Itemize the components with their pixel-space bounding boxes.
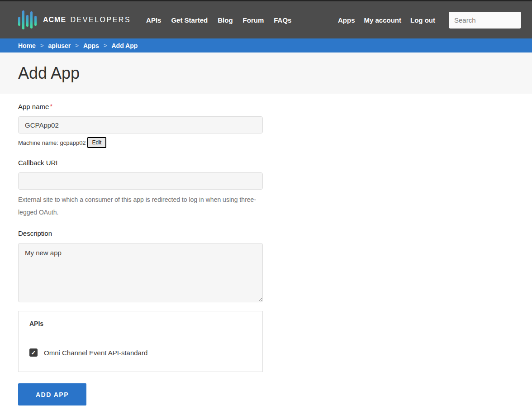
page-title: Add App [18, 64, 80, 83]
brand-logo[interactable]: ACME DEVELOPERS [18, 9, 131, 31]
machine-name-row: Machine name: gcpapp02 Edit [18, 137, 263, 148]
callback-url-label: Callback URL [18, 159, 263, 167]
checkmark-icon: ✓ [31, 350, 36, 356]
add-app-form: App name* Machine name: gcpapp02 Edit Ca… [18, 103, 263, 405]
breadcrumb-home[interactable]: Home [18, 42, 36, 49]
callback-url-input[interactable] [18, 172, 263, 190]
page-title-band: Add App [0, 52, 532, 94]
site-header: ACME DEVELOPERS APIs Get Started Blog Fo… [0, 1, 532, 38]
brand-name-light: DEVELOPERS [71, 16, 131, 24]
description-label: Description [18, 229, 263, 237]
app-name-input[interactable] [18, 116, 263, 134]
breadcrumb-separator-icon: > [75, 42, 79, 49]
api-checkbox-label[interactable]: Omni Channel Event API-standard [44, 349, 147, 357]
primary-nav: APIs Get Started Blog Forum FAQs [146, 16, 291, 24]
add-app-button[interactable]: ADD APP [18, 383, 86, 405]
user-nav: Apps My account Log out [338, 16, 435, 24]
nav-log-out[interactable]: Log out [410, 16, 435, 24]
breadcrumb: Home > apiuser > Apps > Add App [0, 38, 532, 52]
nav-get-started[interactable]: Get Started [171, 16, 208, 24]
edit-machine-name-button[interactable]: Edit [87, 137, 107, 148]
equalizer-bars-icon [18, 9, 37, 31]
nav-apis[interactable]: APIs [146, 16, 161, 24]
api-option-row: ✓ Omni Channel Event API-standard [19, 336, 262, 372]
breadcrumb-separator-icon: > [104, 42, 107, 49]
brand-name: ACME DEVELOPERS [43, 16, 131, 24]
brand-name-bold: ACME [43, 16, 66, 24]
callback-url-help-text: External site to which a consumer of thi… [18, 193, 258, 219]
nav-faqs[interactable]: FAQs [274, 16, 291, 24]
nav-blog[interactable]: Blog [218, 16, 233, 24]
api-checkbox[interactable]: ✓ [29, 348, 38, 357]
breadcrumb-apps[interactable]: Apps [83, 42, 99, 49]
search-input[interactable] [449, 12, 521, 29]
nav-apps[interactable]: Apps [338, 16, 355, 24]
description-textarea[interactable]: My new app [18, 243, 263, 302]
breadcrumb-apiuser[interactable]: apiuser [48, 42, 71, 49]
main-content: App name* Machine name: gcpapp02 Edit Ca… [0, 94, 532, 415]
apis-fieldset: APIs ✓ Omni Channel Event API-standard [18, 311, 263, 372]
machine-name-text: Machine name: gcpapp02 [18, 139, 86, 146]
nav-my-account[interactable]: My account [364, 16, 402, 24]
breadcrumb-separator-icon: > [40, 42, 44, 49]
app-name-label: App name* [18, 103, 263, 110]
nav-forum[interactable]: Forum [243, 16, 264, 24]
breadcrumb-current: Add App [112, 42, 138, 49]
apis-legend: APIs [19, 311, 262, 336]
required-asterisk: * [50, 103, 52, 110]
